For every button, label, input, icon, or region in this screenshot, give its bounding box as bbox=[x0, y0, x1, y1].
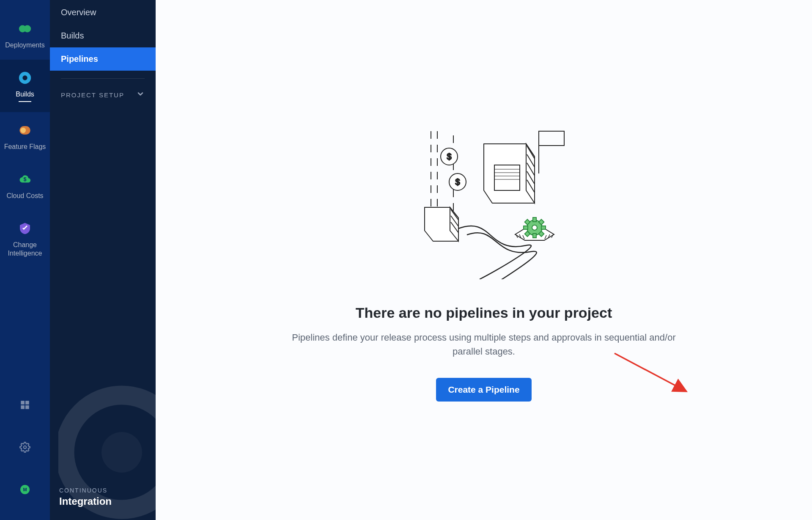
rail-label-deployments: Deployments bbox=[5, 41, 44, 50]
svg-text:$: $ bbox=[24, 176, 27, 182]
sidebar-item-builds[interactable]: Builds bbox=[50, 24, 156, 47]
rail-label-cloud-costs: Cloud Costs bbox=[6, 192, 43, 200]
settings-icon[interactable] bbox=[19, 441, 31, 453]
rail-bottom: M bbox=[0, 384, 50, 520]
rail-item-cloud-costs[interactable]: $ Cloud Costs bbox=[0, 161, 50, 210]
svg-rect-9 bbox=[25, 405, 29, 409]
svg-rect-7 bbox=[25, 401, 29, 404]
svg-rect-53 bbox=[541, 226, 546, 229]
svg-rect-16 bbox=[539, 131, 564, 146]
empty-state-description: Pipelines define your release process us… bbox=[277, 330, 691, 358]
sidebar: Overview Builds Pipelines PROJECT SETUP … bbox=[50, 0, 156, 520]
svg-rect-24 bbox=[494, 165, 520, 190]
svg-text:M: M bbox=[23, 487, 27, 492]
svg-point-4 bbox=[20, 128, 26, 133]
svg-rect-50 bbox=[533, 217, 536, 222]
rail-label-builds: Builds bbox=[16, 90, 34, 99]
rail-item-change-intel[interactable]: Change Intelligence bbox=[0, 210, 50, 268]
app-root: Deployments Builds Feature Flags bbox=[0, 0, 812, 520]
user-badge-icon[interactable]: M bbox=[19, 484, 31, 495]
sidebar-project-setup-label: PROJECT SETUP bbox=[61, 91, 124, 99]
cloud-costs-icon: $ bbox=[17, 171, 33, 187]
chevron-down-icon bbox=[136, 90, 145, 100]
sidebar-footer-small: CONTINUOUS bbox=[59, 487, 146, 494]
main-content: $ $ bbox=[156, 0, 812, 520]
svg-text:$: $ bbox=[455, 177, 460, 187]
svg-point-1 bbox=[22, 75, 27, 80]
svg-point-10 bbox=[24, 446, 27, 449]
icon-rail: Deployments Builds Feature Flags bbox=[0, 0, 50, 520]
svg-point-14 bbox=[102, 432, 142, 473]
feature-flags-icon bbox=[17, 122, 33, 138]
svg-line-58 bbox=[614, 353, 686, 391]
deployments-icon bbox=[17, 21, 33, 37]
create-pipeline-button[interactable]: Create a Pipeline bbox=[436, 378, 531, 402]
rail-label-change-intel: Change Intelligence bbox=[8, 241, 42, 258]
empty-illustration: $ $ bbox=[395, 118, 573, 279]
sidebar-footer: CONTINUOUS Integration bbox=[50, 475, 156, 520]
sidebar-item-pipelines[interactable]: Pipelines bbox=[50, 47, 156, 71]
rail-item-builds[interactable]: Builds bbox=[0, 60, 50, 112]
svg-point-49 bbox=[532, 225, 537, 230]
svg-rect-51 bbox=[533, 234, 536, 238]
sidebar-project-setup[interactable]: PROJECT SETUP bbox=[50, 79, 156, 104]
rail-item-deployments[interactable]: Deployments bbox=[0, 11, 50, 60]
rail-label-feature-flags: Feature Flags bbox=[4, 143, 46, 151]
dashboard-icon[interactable] bbox=[19, 399, 31, 411]
sidebar-footer-big: Integration bbox=[59, 495, 146, 507]
builds-icon bbox=[17, 70, 33, 86]
svg-rect-8 bbox=[21, 405, 25, 409]
svg-rect-52 bbox=[524, 226, 528, 229]
rail-item-feature-flags[interactable]: Feature Flags bbox=[0, 112, 50, 161]
svg-rect-6 bbox=[21, 401, 25, 404]
svg-text:$: $ bbox=[447, 152, 451, 161]
sidebar-item-overview[interactable]: Overview bbox=[50, 1, 156, 24]
rail-active-underline bbox=[19, 101, 31, 102]
change-intel-icon bbox=[17, 220, 33, 237]
empty-state-title: There are no pipelines in your project bbox=[356, 305, 612, 321]
